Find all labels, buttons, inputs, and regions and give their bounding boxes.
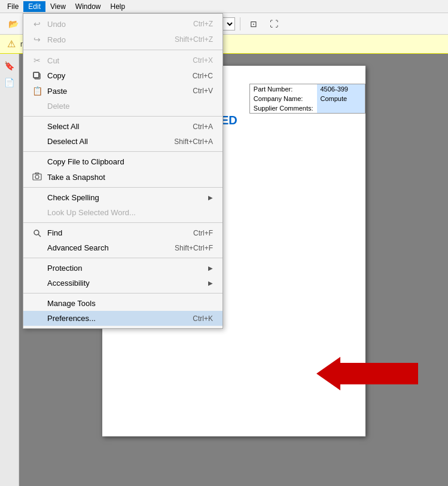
menu-item-advanced-search[interactable]: Advanced Search Shift+Ctrl+F — [23, 240, 223, 255]
menu-item-redo[interactable]: ↪ Redo Shift+Ctrl+Z — [23, 32, 223, 47]
menubar-edit[interactable]: Edit — [23, 1, 45, 12]
deselect-all-shortcut: Shift+Ctrl+A — [174, 137, 213, 146]
accessibility-submenu-arrow: ▶ — [208, 280, 213, 286]
menubar-help[interactable]: Help — [106, 1, 130, 12]
menubar-view[interactable]: View — [45, 1, 71, 12]
menubar-window[interactable]: Window — [71, 1, 106, 12]
protection-submenu-arrow: ▶ — [208, 265, 213, 271]
advanced-search-label: Advanced Search — [47, 243, 175, 252]
look-up-label: Look Up Selected Word... — [47, 208, 213, 217]
select-all-shortcut: Ctrl+A — [193, 123, 213, 131]
fullscreen-button[interactable]: ⛶ — [266, 16, 282, 32]
check-spelling-label: Check Spelling — [47, 193, 208, 202]
toolbar-separator-4 — [240, 17, 240, 30]
notification-icon: ⚠ — [7, 38, 16, 50]
sidebar-icon-bookmark[interactable]: 🔖 — [2, 59, 17, 73]
svg-rect-1 — [33, 72, 39, 78]
svg-rect-5 — [35, 173, 39, 174]
protection-label: Protection — [47, 264, 208, 273]
delete-label: Delete — [47, 102, 213, 111]
find-label: Find — [47, 228, 193, 237]
menu-item-check-spelling[interactable]: Check Spelling ▶ — [23, 190, 223, 205]
menu-item-manage-tools[interactable]: Manage Tools — [23, 296, 223, 311]
edit-dropdown-menu: ↩ Undo Ctrl+Z ↪ Redo Shift+Ctrl+Z ✂ Cut … — [23, 13, 223, 329]
copy-file-label: Copy File to Clipboard — [47, 157, 213, 166]
company-name-value: Compute — [317, 94, 365, 103]
menu-item-undo[interactable]: ↩ Undo Ctrl+Z — [23, 16, 223, 32]
menu-item-snapshot[interactable]: Take a Snapshot — [23, 169, 223, 185]
menu-item-find[interactable]: Find Ctrl+F — [23, 225, 223, 240]
redo-label: Redo — [47, 35, 175, 44]
menu-item-copy-file[interactable]: Copy File to Clipboard — [23, 154, 223, 169]
accessibility-label: Accessibility — [47, 279, 208, 288]
sidebar: 🔖 📄 — [0, 54, 19, 486]
manage-tools-label: Manage Tools — [47, 299, 213, 308]
advanced-search-shortcut: Shift+Ctrl+F — [175, 244, 213, 252]
separator-5 — [23, 222, 223, 223]
menu-item-preferences[interactable]: Preferences... Ctrl+K — [23, 311, 223, 326]
red-arrow — [316, 357, 418, 390]
menu-item-accessibility[interactable]: Accessibility ▶ — [23, 276, 223, 291]
arrow-body — [340, 363, 418, 384]
svg-line-7 — [38, 234, 41, 237]
cut-icon: ✂ — [31, 56, 44, 65]
paste-icon: 📋 — [31, 86, 44, 96]
redo-shortcut: Shift+Ctrl+Z — [175, 35, 213, 44]
menu-item-delete[interactable]: Delete — [23, 99, 223, 114]
svg-point-6 — [34, 230, 39, 235]
menu-item-protection[interactable]: Protection ▶ — [23, 261, 223, 276]
cut-label: Cut — [47, 56, 193, 65]
menu-item-look-up[interactable]: Look Up Selected Word... — [23, 205, 223, 220]
separator-4 — [23, 187, 223, 188]
snapshot-label: Take a Snapshot — [47, 173, 213, 182]
company-name-label: Company Name: — [250, 94, 317, 103]
fit-page-button[interactable]: ⊡ — [245, 16, 262, 32]
paste-label: Paste — [47, 87, 193, 96]
copy-label: Copy — [47, 71, 193, 80]
deselect-all-label: Deselect All — [47, 137, 174, 146]
open-button[interactable]: 📂 — [5, 16, 22, 32]
svg-point-4 — [35, 175, 39, 179]
preferences-shortcut: Ctrl+K — [193, 314, 213, 323]
select-all-label: Select All — [47, 122, 193, 131]
arrow-head — [316, 357, 340, 390]
part-number-label: Part Number: — [250, 84, 317, 94]
preferences-label: Preferences... — [47, 314, 193, 323]
sidebar-icon-pages[interactable]: 📄 — [2, 75, 17, 90]
separator-2 — [23, 116, 223, 117]
separator-3 — [23, 151, 223, 152]
separator-1 — [23, 50, 223, 50]
copy-icon — [31, 72, 44, 80]
undo-shortcut: Ctrl+Z — [193, 20, 213, 28]
menu-item-cut[interactable]: ✂ Cut Ctrl+X — [23, 53, 223, 68]
separator-6 — [23, 258, 223, 258]
find-shortcut: Ctrl+F — [193, 229, 213, 237]
menu-item-paste[interactable]: 📋 Paste Ctrl+V — [23, 83, 223, 99]
snapshot-icon — [31, 172, 44, 182]
supplier-comments-value — [317, 103, 365, 113]
supplier-comments-label: Supplier Comments: — [250, 103, 317, 113]
redo-icon: ↪ — [31, 35, 44, 44]
menu-item-select-all[interactable]: Select All Ctrl+A — [23, 119, 223, 134]
undo-icon: ↩ — [31, 19, 44, 29]
menubar: File Edit View Window Help — [0, 0, 448, 13]
find-icon — [31, 229, 44, 237]
check-spelling-submenu-arrow: ▶ — [208, 194, 213, 201]
undo-label: Undo — [47, 20, 193, 29]
separator-7 — [23, 293, 223, 294]
paste-shortcut: Ctrl+V — [193, 87, 213, 95]
part-number-value: 4506-399 — [317, 84, 365, 94]
part-number-table: Part Number: 4506-399 Company Name: Comp… — [249, 84, 365, 114]
menubar-file[interactable]: File — [2, 1, 23, 12]
menu-item-deselect-all[interactable]: Deselect All Shift+Ctrl+A — [23, 134, 223, 149]
menu-item-copy[interactable]: Copy Ctrl+C — [23, 68, 223, 83]
copy-shortcut: Ctrl+C — [193, 72, 213, 80]
cut-shortcut: Ctrl+X — [193, 56, 213, 65]
